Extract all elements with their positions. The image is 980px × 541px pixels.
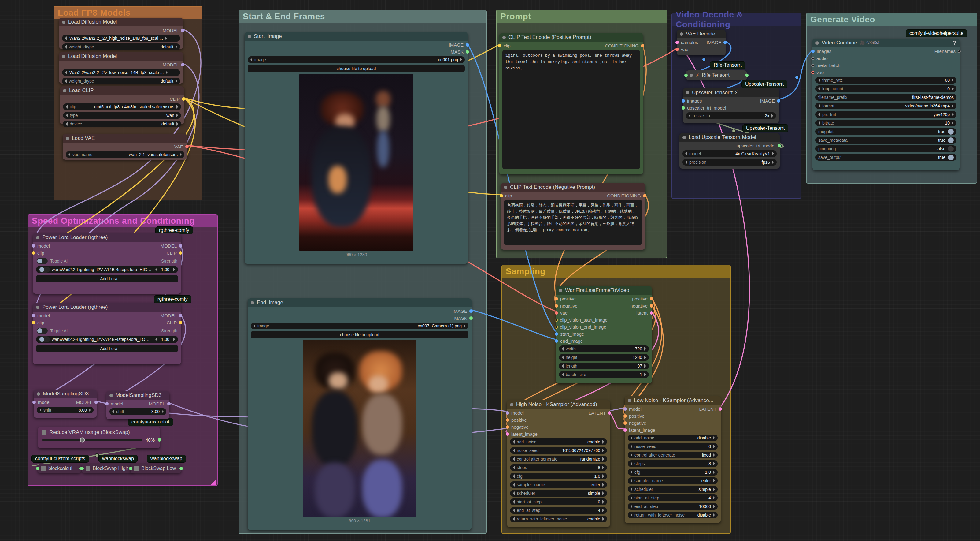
decrement-arrow-icon[interactable] <box>253 324 255 328</box>
increment-arrow-icon[interactable] <box>177 105 178 109</box>
widget-combo-add_noise[interactable]: add_noisedisable <box>628 434 718 441</box>
widget-combo-value[interactable]: Wan2.2\wan2.2_i2v_low_noise_14B_fp8_scal… <box>62 69 180 76</box>
output-port-MASK[interactable]: MASK <box>449 48 467 55</box>
increment-arrow-icon[interactable] <box>162 410 164 413</box>
increment-arrow-icon[interactable] <box>644 373 646 377</box>
widget-combo-end_at_step[interactable]: end_at_step10000 <box>628 503 718 510</box>
decrement-arrow-icon[interactable] <box>630 504 632 508</box>
input-port-end_image[interactable]: end_image <box>557 338 608 345</box>
widget-combo-return_with_leftover_noise[interactable]: return_with_leftover_noiseenable <box>510 515 607 522</box>
widget-combo-width[interactable]: width720 <box>559 345 649 352</box>
widget-combo-cfg[interactable]: cfg1.0 <box>510 473 607 479</box>
node-end-image[interactable]: End_image IMAGEMASK imagecn007_Camera (1… <box>248 298 471 530</box>
increment-arrow-icon[interactable] <box>952 78 954 82</box>
decrement-arrow-icon[interactable] <box>65 71 67 74</box>
input-port[interactable] <box>684 74 688 77</box>
increment-arrow-icon[interactable] <box>173 268 175 271</box>
node-vae-decode[interactable]: VAE Decode samplesvaeIMAGE <box>677 30 725 55</box>
input-port-negative[interactable]: negative <box>557 302 608 310</box>
widget-toggle-save_metadata[interactable]: save_metadatatrue <box>816 137 956 144</box>
decrement-arrow-icon[interactable] <box>685 160 687 164</box>
node-start-image[interactable]: Start_image IMAGEMASK imagecn001.pngchoo… <box>245 32 468 264</box>
decrement-arrow-icon[interactable] <box>513 509 515 512</box>
decrement-arrow-icon[interactable] <box>250 58 252 62</box>
increment-arrow-icon[interactable] <box>602 509 604 512</box>
increment-arrow-icon[interactable] <box>952 104 954 108</box>
collapse-square-icon[interactable] <box>42 430 46 434</box>
decrement-arrow-icon[interactable] <box>630 487 632 491</box>
output-port[interactable] <box>180 467 183 470</box>
decrement-arrow-icon[interactable] <box>513 448 515 452</box>
decrement-arrow-icon[interactable] <box>155 268 157 271</box>
widget-combo-steps[interactable]: steps8 <box>510 464 607 471</box>
decrement-arrow-icon[interactable] <box>66 113 68 117</box>
widget-combo-add_noise[interactable]: add_noiseenable <box>510 439 607 445</box>
node-ksampler-advanced-high-noise[interactable]: High Noise - KSampler (Advanced) modelpo… <box>507 400 610 527</box>
toggle-knob[interactable] <box>948 146 954 152</box>
toggle-knob[interactable] <box>948 137 954 143</box>
output-port-positive[interactable]: positive <box>630 295 651 302</box>
increment-arrow-icon[interactable] <box>713 436 715 440</box>
input-port-latent_image[interactable]: latent_image <box>625 426 655 434</box>
widget-combo-cfg[interactable]: cfg1.0 <box>628 469 718 476</box>
input-port-model[interactable]: model <box>625 405 655 412</box>
input-port-upscaler_trt_model[interactable]: upscaler_trt_model <box>683 104 726 112</box>
input-port-positive[interactable]: positive <box>508 417 538 423</box>
input-port-model[interactable]: model <box>33 312 50 319</box>
node-load-clip[interactable]: Load CLIP CLIPclip_...umt5_xxl_fp8_e4m3f… <box>60 86 184 124</box>
widget-combo-frame_rate[interactable]: frame_rate60 <box>816 77 956 83</box>
input-port-model[interactable]: model <box>508 409 538 417</box>
widget-toggle-save_output[interactable]: save_outputtrue <box>816 154 956 161</box>
input-port-positive[interactable]: positive <box>557 295 608 302</box>
decrement-arrow-icon[interactable] <box>630 470 632 474</box>
increment-arrow-icon[interactable] <box>713 504 715 508</box>
output-port-CLIP[interactable]: CLIP <box>161 249 180 257</box>
increment-arrow-icon[interactable] <box>175 45 177 49</box>
input-port-meta_batch[interactable]: meta_batch <box>813 62 840 69</box>
decrement-arrow-icon[interactable] <box>65 45 67 49</box>
decrement-arrow-icon[interactable] <box>513 440 515 444</box>
output-port-latent[interactable]: latent <box>630 310 651 316</box>
widget-toggle-megabit[interactable]: megabittrue <box>816 128 956 135</box>
widget-combo-control after generate[interactable]: control after generatefixed <box>628 452 718 458</box>
output-port-MASK[interactable]: MASK <box>453 314 471 322</box>
widget-combo-noise_seed[interactable]: noise_seed1015667247097760 <box>510 447 607 454</box>
output-port-negative[interactable]: negative <box>630 302 651 310</box>
output-port-MODEL[interactable]: MODEL <box>163 61 183 68</box>
widget-combo-type[interactable]: typewan <box>63 112 181 119</box>
increment-arrow-icon[interactable] <box>644 356 646 359</box>
increment-arrow-icon[interactable] <box>166 71 167 74</box>
increment-arrow-icon[interactable] <box>602 457 604 461</box>
decrement-arrow-icon[interactable] <box>818 87 820 91</box>
negative-prompt-textarea[interactable]: 色调艳丽，过曝，静态，细节模糊不清，字幕，风格，作品，画作，画面，静止，整体发灰… <box>504 200 642 245</box>
toggle-knob[interactable] <box>948 129 954 135</box>
input-port-vae[interactable]: vae <box>557 310 608 316</box>
input-port-vae[interactable]: vae <box>813 69 840 76</box>
widget-combo-scheduler[interactable]: schedulersimple <box>510 490 607 496</box>
increment-arrow-icon[interactable] <box>180 153 181 156</box>
increment-arrow-icon[interactable] <box>602 517 604 521</box>
input-port-model[interactable]: model <box>34 399 51 406</box>
widget-combo-vae_name[interactable]: vae_namewan_2.1_vae.safetensors <box>66 151 185 158</box>
increment-arrow-icon[interactable] <box>644 364 646 368</box>
increment-arrow-icon[interactable] <box>952 87 954 91</box>
toggle-knob[interactable] <box>948 155 954 160</box>
widget-combo-steps[interactable]: steps8 <box>628 460 718 467</box>
decrement-arrow-icon[interactable] <box>68 153 70 156</box>
input-port-clip[interactable]: clip <box>500 42 511 49</box>
decrement-arrow-icon[interactable] <box>818 78 820 82</box>
output-port-IMAGE[interactable]: IMAGE <box>760 97 778 104</box>
decrement-arrow-icon[interactable] <box>513 517 515 521</box>
input-port-clip[interactable]: clip <box>33 249 50 257</box>
input-port-images[interactable]: images <box>813 48 840 55</box>
widget-combo-image[interactable]: imagecn007_Camera (1).png <box>251 322 468 329</box>
increment-arrow-icon[interactable] <box>713 470 715 474</box>
decrement-arrow-icon[interactable] <box>112 410 114 413</box>
widget-combo-format[interactable]: formatvideo/nvenc_h264-mp4 <box>816 102 956 109</box>
widget-combo-pix_fmt[interactable]: pix_fmtyuv420p <box>816 111 956 118</box>
node-load-vae[interactable]: Load VAE VAEvae_namewan_2.1_vae.safetens… <box>63 134 188 160</box>
widget-combo-image[interactable]: imagecn001.png <box>248 56 465 63</box>
widget-combo-length[interactable]: length97 <box>559 362 649 369</box>
node-load-diffusion-model-low[interactable]: Load Diffusion Model MODELWan2.2\wan2.2_… <box>59 52 183 83</box>
increment-arrow-icon[interactable] <box>177 113 178 117</box>
